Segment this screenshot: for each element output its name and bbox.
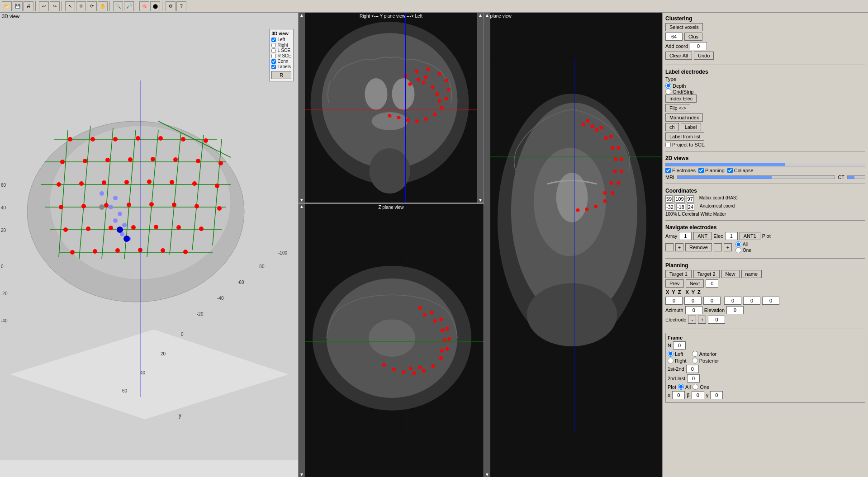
collapse-checkbox[interactable] <box>727 168 733 173</box>
z-plane-canvas[interactable] <box>299 204 484 477</box>
new-btn[interactable]: New <box>721 270 740 278</box>
flip-btn[interactable]: Flip <-> <box>665 104 690 112</box>
y-plane-view[interactable]: Right <--- Y plane view ---> Left <box>299 13 484 203</box>
electrode-val-input[interactable] <box>708 316 725 324</box>
project-sce-checkbox[interactable] <box>665 142 671 147</box>
x-scroll-up[interactable]: ▲ <box>485 13 489 18</box>
clus-input[interactable] <box>665 33 683 41</box>
anterior-radio[interactable] <box>692 351 698 357</box>
z-plane-scroll[interactable]: ▲ ▼ <box>299 204 305 477</box>
t2x-input[interactable] <box>724 297 741 305</box>
lsce-checkbox[interactable] <box>271 48 276 53</box>
x-scroll-down[interactable]: ▼ <box>485 472 489 477</box>
name-btn[interactable]: name <box>741 270 762 278</box>
left-checkbox[interactable] <box>271 38 276 42</box>
target1-btn[interactable]: Target 1 <box>665 270 692 278</box>
brain-btn[interactable]: 🧠 <box>139 1 149 11</box>
x-plane-scroll[interactable]: ▲ ▼ <box>484 13 490 477</box>
crosshair-btn[interactable]: ✛ <box>76 1 86 11</box>
x-plane-view[interactable]: X plane view <box>484 13 663 477</box>
elec-minus-btn[interactable]: - <box>688 316 696 324</box>
mri-slider[interactable] <box>665 163 865 166</box>
target2-btn[interactable]: Target 2 <box>693 270 720 278</box>
clear-all-btn[interactable]: Clear All <box>665 52 692 60</box>
left-radio[interactable] <box>668 351 674 357</box>
open-btn[interactable]: 📂 <box>2 1 12 11</box>
x-plane-canvas[interactable] <box>484 13 662 477</box>
beta-input[interactable] <box>692 391 704 399</box>
mri-slider2[interactable] <box>677 175 835 179</box>
elec-plus-btn[interactable]: + <box>698 316 706 324</box>
add-coord-input[interactable] <box>690 42 707 50</box>
help-btn[interactable]: ? <box>176 1 186 11</box>
posterior-radio[interactable] <box>692 358 698 364</box>
first-second-input[interactable] <box>686 365 699 373</box>
electrodes-checkbox[interactable] <box>665 168 671 173</box>
right-radio[interactable] <box>668 358 674 364</box>
ant-btn[interactable]: ANT <box>693 232 711 240</box>
nav-all-radio[interactable] <box>735 241 741 247</box>
gamma-input[interactable] <box>710 391 723 399</box>
plot-all-radio[interactable] <box>678 384 684 390</box>
n-input[interactable] <box>673 341 686 349</box>
nav-minus2[interactable]: - <box>714 243 722 251</box>
right-checkbox[interactable] <box>271 43 276 47</box>
y-scroll-down[interactable]: ▼ <box>299 198 304 203</box>
print-btn[interactable]: 🖨 <box>24 1 33 11</box>
conn-checkbox[interactable] <box>271 59 276 64</box>
depth-radio[interactable] <box>665 83 671 89</box>
y-scroll-up[interactable]: ▲ <box>299 13 304 18</box>
next-val-input[interactable] <box>706 279 718 288</box>
electrode-btn[interactable]: ⬤ <box>150 1 160 11</box>
y-scroll-up-r[interactable]: ▲ <box>478 13 483 18</box>
remove-btn[interactable]: Remove <box>685 243 712 251</box>
y-plane-scroll-r[interactable]: ▲ ▼ <box>477 13 484 203</box>
pointer-btn[interactable]: ↖ <box>65 1 75 11</box>
undo-btn[interactable]: ↩ <box>39 1 49 11</box>
y-scroll-down-r[interactable]: ▼ <box>478 198 483 203</box>
t1y-input[interactable] <box>684 297 702 305</box>
t2y-input[interactable] <box>743 297 760 305</box>
zoom-out-btn[interactable]: 🔎 <box>124 1 134 11</box>
index-elec-btn[interactable]: Index Elec <box>665 94 697 103</box>
second-last-input[interactable] <box>687 374 700 383</box>
t2z-input[interactable] <box>762 297 779 305</box>
rotate-btn[interactable]: ⟳ <box>87 1 97 11</box>
rsce-checkbox[interactable] <box>271 54 276 58</box>
t1x-input[interactable] <box>665 297 683 305</box>
azimuth-input[interactable] <box>685 306 702 314</box>
save-btn[interactable]: 💾 <box>13 1 23 11</box>
ant1-btn[interactable]: ANT1 <box>740 232 760 240</box>
alpha-input[interactable] <box>672 391 685 399</box>
z-scroll-up[interactable]: ▲ <box>299 204 304 209</box>
z-plane-view[interactable]: Z plane view <box>299 203 484 477</box>
r-button[interactable]: R <box>271 71 291 79</box>
nav-one-radio[interactable] <box>735 247 741 253</box>
elec-input[interactable] <box>725 232 738 240</box>
z-scroll-down[interactable]: ▼ <box>299 472 304 477</box>
plot-one-radio[interactable] <box>693 384 698 390</box>
elevation-input[interactable] <box>726 306 744 314</box>
nav-minus1[interactable]: - <box>665 243 674 251</box>
next-btn[interactable]: Next <box>686 279 704 288</box>
settings-btn[interactable]: ⚙ <box>166 1 175 11</box>
labels-checkbox[interactable] <box>271 65 276 69</box>
pan-btn[interactable]: ✋ <box>98 1 108 11</box>
manual-index-btn[interactable]: Manual index <box>665 113 703 122</box>
label-btn[interactable]: Label <box>681 123 701 131</box>
y-plane-canvas[interactable] <box>299 13 484 203</box>
label-from-list-btn[interactable]: Label from list <box>665 132 704 141</box>
undo-btn2[interactable]: Undo <box>694 52 714 60</box>
clus-btn[interactable]: Clus <box>684 33 702 41</box>
ch-btn[interactable]: ch <box>665 123 679 131</box>
ct-slider[interactable] <box>847 175 865 179</box>
grid-radio[interactable] <box>665 89 671 94</box>
y-plane-scroll[interactable]: ▲ ▼ <box>299 13 305 203</box>
redo-btn[interactable]: ↪ <box>50 1 60 11</box>
select-voxels-btn[interactable]: Select voxels <box>665 23 703 31</box>
nav-plus1[interactable]: + <box>675 243 683 251</box>
prev-btn[interactable]: Prev <box>665 279 684 288</box>
t1z-input[interactable] <box>703 297 721 305</box>
planning-checkbox[interactable] <box>698 168 704 173</box>
zoom-in-btn[interactable]: 🔍 <box>113 1 123 11</box>
